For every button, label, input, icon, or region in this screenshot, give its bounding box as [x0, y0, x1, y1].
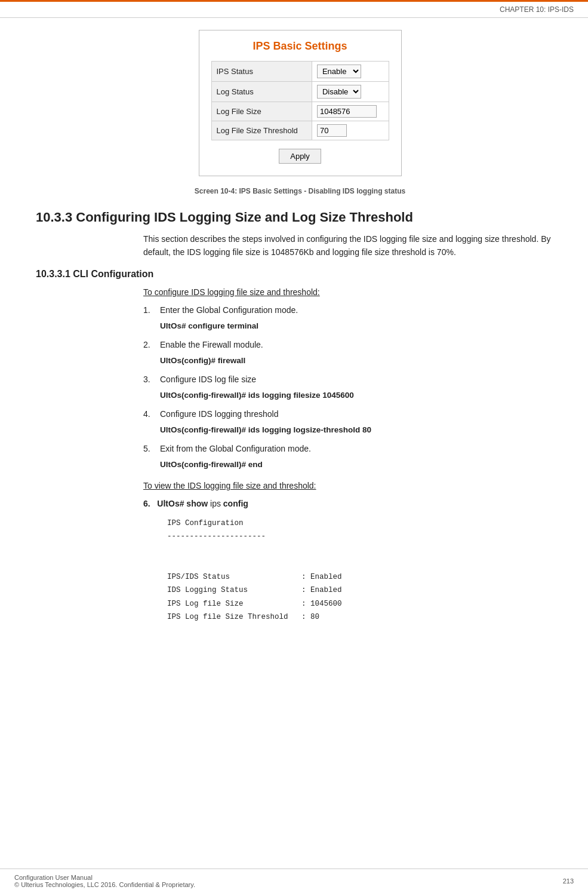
- step-content-3: Configure IDS log file size UltOs(config…: [160, 373, 564, 401]
- code-line: [167, 557, 564, 570]
- step-num-2: 2.: [143, 338, 155, 351]
- main-content: IPS Basic Settings IPS Status Enable Dis…: [0, 18, 588, 646]
- log-threshold-label: Log File Size Threshold: [211, 121, 312, 140]
- footer-page-number: 213: [563, 877, 574, 885]
- code-block: IPS Configuration ----------------------…: [167, 517, 564, 624]
- step-bold-5: UltOs(config-firewall)# end: [160, 458, 564, 471]
- code-line: IPS Configuration: [167, 517, 564, 530]
- section-1033-text: This section describes the steps involve…: [143, 232, 564, 259]
- step-6: 6. UltOs# show ips config: [143, 497, 564, 510]
- ips-panel-title: IPS Basic Settings: [211, 40, 389, 53]
- log-status-value[interactable]: Enable Disable: [312, 82, 389, 102]
- code-line: IPS Log file Size Threshold : 80: [167, 610, 564, 624]
- section-10331-content: To configure IDS logging file size and t…: [143, 286, 564, 624]
- code-line: IPS/IDS Status : Enabled: [167, 570, 564, 584]
- step-content-2: Enable the Firewall module. UltOs(config…: [160, 338, 564, 367]
- step-bold-3: UltOs(config-firewall)# ids logging file…: [160, 389, 564, 402]
- code-line: IDS Logging Status : Enabled: [167, 584, 564, 597]
- to-view-label: To view the IDS logging file size and th…: [143, 479, 564, 492]
- ips-status-select[interactable]: Enable Disable: [317, 65, 361, 78]
- step-6-config: config: [223, 499, 248, 508]
- footer-copyright: © Ulterius Technologies, LLC 2016. Confi…: [14, 881, 195, 888]
- steps-list: 1. Enter the Global Configuration mode. …: [143, 303, 564, 471]
- list-item: 1. Enter the Global Configuration mode. …: [143, 303, 564, 332]
- step-bold-2: UltOs(config)# firewall: [160, 354, 564, 367]
- table-row-log-file-size: Log File Size: [211, 102, 389, 121]
- log-status-label: Log Status: [211, 82, 312, 102]
- section-1033-body: This section describes the steps involve…: [143, 232, 564, 259]
- code-line: [167, 544, 564, 557]
- ips-panel-wrapper: IPS Basic Settings IPS Status Enable Dis…: [36, 30, 564, 176]
- log-threshold-input[interactable]: [317, 124, 347, 137]
- table-row-log-status: Log Status Enable Disable: [211, 82, 389, 102]
- footer-left: Configuration User Manual © Ulterius Tec…: [14, 874, 195, 888]
- apply-button[interactable]: Apply: [279, 149, 321, 164]
- page-footer: Configuration User Manual © Ulterius Tec…: [0, 869, 588, 893]
- step-content-5: Exit from the Global Configuration mode.…: [160, 442, 564, 471]
- section-10331: 10.3.3.1 CLI Configuration To configure …: [36, 269, 564, 624]
- step-content-1: Enter the Global Configuration mode. Ult…: [160, 303, 564, 332]
- section-1033: 10.3.3 Configuring IDS Logging Size and …: [36, 210, 564, 259]
- table-row-ips-status: IPS Status Enable Disable: [211, 62, 389, 82]
- section-10331-heading: 10.3.3.1 CLI Configuration: [36, 269, 564, 280]
- apply-btn-wrapper: Apply: [211, 149, 389, 164]
- step-6-label: 6. UltOs# show: [143, 499, 208, 508]
- step-content-4: Configure IDS logging threshold UltOs(co…: [160, 407, 564, 436]
- step-num-3: 3.: [143, 373, 155, 386]
- ips-status-label: IPS Status: [211, 62, 312, 82]
- to-configure-label: To configure IDS logging file size and t…: [143, 286, 564, 299]
- log-status-select[interactable]: Enable Disable: [317, 85, 361, 99]
- step-bold-1: UltOs# configure terminal: [160, 320, 564, 333]
- step-num-1: 1.: [143, 303, 155, 317]
- list-item: 5. Exit from the Global Configuration mo…: [143, 442, 564, 471]
- chapter-header: CHAPTER 10: IPS-IDS: [0, 2, 588, 18]
- footer-manual: Configuration User Manual: [14, 874, 195, 881]
- log-file-size-input[interactable]: [317, 105, 377, 118]
- code-line: ----------------------: [167, 530, 564, 544]
- log-threshold-value[interactable]: [312, 121, 389, 140]
- ips-status-value[interactable]: Enable Disable: [312, 62, 389, 82]
- step-num-4: 4.: [143, 407, 155, 421]
- log-file-size-label: Log File Size: [211, 102, 312, 121]
- log-file-size-value[interactable]: [312, 102, 389, 121]
- ips-settings-table: IPS Status Enable Disable Log Status Ena…: [211, 61, 389, 140]
- section-1033-heading: 10.3.3 Configuring IDS Logging Size and …: [36, 210, 564, 225]
- list-item: 4. Configure IDS logging threshold UltOs…: [143, 407, 564, 436]
- list-item: 3. Configure IDS log file size UltOs(con…: [143, 373, 564, 401]
- table-row-log-threshold: Log File Size Threshold: [211, 121, 389, 140]
- step-num-5: 5.: [143, 442, 155, 455]
- list-item: 2. Enable the Firewall module. UltOs(con…: [143, 338, 564, 367]
- step-bold-4: UltOs(config-firewall)# ids logging logs…: [160, 424, 564, 437]
- screen-caption: Screen 10-4: IPS Basic Settings - Disabl…: [36, 187, 564, 195]
- code-line: IPS Log file Size : 1045600: [167, 597, 564, 611]
- ips-panel: IPS Basic Settings IPS Status Enable Dis…: [199, 30, 402, 176]
